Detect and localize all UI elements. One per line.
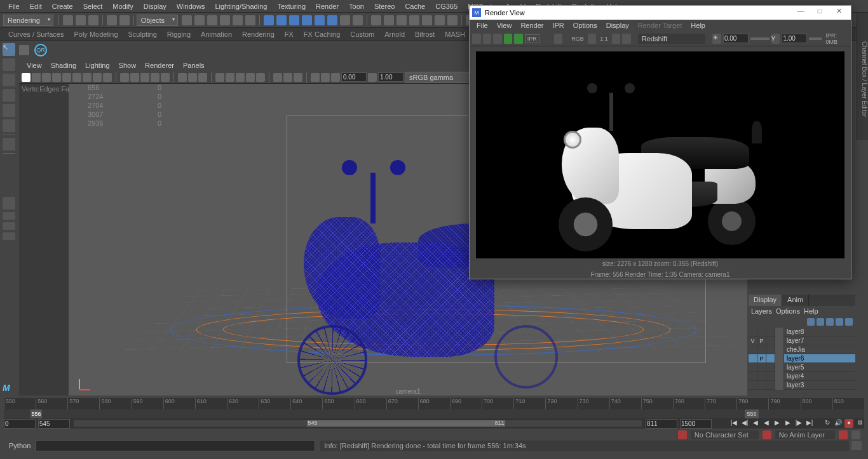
mask-icon[interactable]: [207, 15, 217, 25]
go-to-end-icon[interactable]: ▶|: [805, 419, 814, 428]
module-tab[interactable]: FX Caching: [299, 30, 345, 38]
gamma-icon[interactable]: γ: [771, 34, 780, 44]
playhead[interactable]: 556: [31, 409, 42, 418]
layer-icon[interactable]: [807, 318, 815, 326]
rw-menu-item[interactable]: Display: [602, 22, 634, 29]
lasso-tool-icon[interactable]: [3, 58, 15, 71]
vp-menu-item[interactable]: Lighting: [81, 62, 114, 69]
snap-icon[interactable]: [327, 15, 337, 25]
image-plane-icon[interactable]: [42, 73, 51, 82]
layer-row[interactable]: layer5: [749, 363, 855, 372]
layer-row[interactable]: Player6: [749, 354, 855, 363]
light-icon[interactable]: [256, 73, 265, 82]
icon[interactable]: [678, 430, 687, 439]
remove-image-icon[interactable]: [622, 34, 631, 44]
layer-icon[interactable]: [836, 318, 843, 326]
snap-icon[interactable]: [302, 15, 312, 25]
menu-create[interactable]: Create: [47, 3, 78, 10]
exposure-input[interactable]: [341, 72, 367, 82]
new-scene-icon[interactable]: [63, 15, 73, 25]
render-region-icon[interactable]: [483, 34, 492, 44]
toggle-icon[interactable]: [19, 45, 29, 55]
save-scene-icon[interactable]: [88, 15, 98, 25]
menu-render[interactable]: Render: [311, 3, 344, 10]
range-end-inner-input[interactable]: [646, 419, 677, 429]
module-tab[interactable]: Custom: [345, 30, 379, 38]
select-tool-icon[interactable]: ↖: [3, 43, 15, 56]
light-icon[interactable]: [215, 73, 224, 82]
rw-menu-item[interactable]: File: [472, 22, 492, 29]
textured-icon[interactable]: [140, 73, 149, 82]
ao-icon[interactable]: [273, 73, 282, 82]
module-tab[interactable]: FX: [280, 30, 299, 38]
open-scene-icon[interactable]: [76, 15, 86, 25]
minimize-button[interactable]: —: [791, 7, 810, 18]
film-gate-icon[interactable]: [62, 73, 71, 82]
redo-icon[interactable]: [119, 15, 130, 25]
last-tool-icon[interactable]: [3, 138, 15, 150]
renderer-dropdown[interactable]: Redshift: [638, 34, 705, 44]
rotate-tool-icon[interactable]: [3, 104, 15, 117]
layer-row[interactable]: layer4: [749, 372, 855, 381]
range-start-outer-input[interactable]: [4, 419, 36, 429]
aa-icon[interactable]: [294, 73, 302, 82]
undo-icon[interactable]: [107, 15, 117, 25]
menu-file[interactable]: File: [3, 3, 25, 10]
settings-icon[interactable]: [851, 430, 860, 439]
light-editor-icon[interactable]: [447, 15, 458, 25]
menu-modify[interactable]: Modify: [107, 3, 138, 10]
menu-lightingshading[interactable]: Lighting/Shading: [210, 3, 272, 10]
script-editor-icon[interactable]: [851, 441, 862, 450]
layer-icon[interactable]: [817, 318, 824, 326]
ipr-label[interactable]: IPR: [525, 34, 539, 43]
module-tab[interactable]: Bifrost: [410, 30, 440, 38]
go-to-start-icon[interactable]: |◀: [729, 419, 738, 428]
smooth-shade-icon[interactable]: [130, 73, 139, 82]
menu-edit[interactable]: Edit: [25, 3, 47, 10]
close-button[interactable]: ✕: [829, 7, 848, 18]
ratio-label[interactable]: 1:1: [598, 36, 610, 42]
step-back-icon[interactable]: ◀: [751, 419, 760, 428]
mask-icon[interactable]: [182, 15, 192, 25]
exposure-input[interactable]: [723, 34, 749, 43]
menu-cg[interactable]: CG365: [430, 3, 463, 10]
layer-icon[interactable]: [826, 318, 834, 326]
ipr-icon[interactable]: [397, 15, 407, 25]
safe-action-icon[interactable]: [103, 73, 112, 82]
help-menu[interactable]: Help: [804, 307, 818, 315]
script-language-label[interactable]: Python: [4, 442, 36, 449]
scale-tool-icon[interactable]: [3, 119, 15, 132]
timeline-track[interactable]: 556 556: [4, 409, 864, 418]
layers-menu[interactable]: Layers: [751, 307, 772, 315]
rw-menu-item[interactable]: Render Target: [634, 22, 687, 29]
loop-icon[interactable]: ↻: [823, 419, 832, 428]
light-icon[interactable]: [226, 73, 234, 82]
render-icon[interactable]: [472, 34, 481, 44]
layout-icon[interactable]: [3, 222, 15, 230]
snapshot-icon[interactable]: [493, 34, 502, 44]
grid-icon[interactable]: [52, 73, 61, 82]
keep-image-icon[interactable]: [612, 34, 621, 44]
light-icon[interactable]: [246, 73, 255, 82]
move-tool-icon[interactable]: [3, 89, 15, 102]
exposure-slider[interactable]: [750, 37, 770, 40]
autokey-icon[interactable]: ●: [844, 419, 853, 428]
layout-icon[interactable]: [3, 232, 15, 240]
menu-windows[interactable]: Windows: [172, 3, 210, 10]
mask-icon[interactable]: [194, 15, 205, 25]
rw-menu-item[interactable]: View: [492, 22, 517, 29]
step-back-key-icon[interactable]: ◀|: [740, 419, 749, 428]
paint-select-tool-icon[interactable]: [3, 74, 15, 86]
bookmark-icon[interactable]: [32, 73, 41, 82]
isolate-icon[interactable]: [178, 73, 187, 82]
tab-anim[interactable]: Anim: [782, 295, 809, 306]
field-chart-icon[interactable]: [93, 73, 102, 82]
rgb-label[interactable]: RGB: [569, 36, 586, 42]
gamma-input[interactable]: [782, 34, 807, 43]
range-end-outer-input[interactable]: [680, 419, 712, 429]
rw-menu-item[interactable]: IPR: [548, 22, 568, 29]
time-slider[interactable]: 5505605705805906006106206306406506606706…: [4, 398, 864, 418]
range-slider[interactable]: 545 811: [74, 420, 642, 427]
menu-texturing[interactable]: Texturing: [272, 3, 311, 10]
vp-menu-item[interactable]: Renderer: [141, 62, 178, 69]
